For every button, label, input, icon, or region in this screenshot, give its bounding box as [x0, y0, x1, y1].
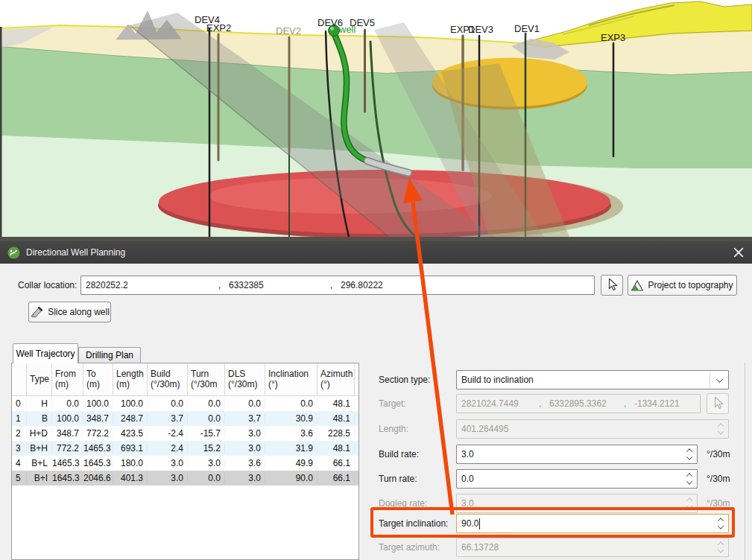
- table-cell[interactable]: -2.4: [148, 428, 188, 439]
- table-cell[interactable]: 49.9: [265, 458, 317, 468]
- table-cell[interactable]: 401.3: [113, 473, 148, 483]
- table-cell[interactable]: 772.2: [83, 428, 113, 439]
- scene-3d-view[interactable]: DEV4 EXP2 DEV2 DEV6 well DEV5 EXP1 DEV3 …: [0, 0, 752, 241]
- target-inclination-input[interactable]: 90.0: [456, 514, 729, 533]
- table-cell[interactable]: 3.0: [148, 473, 188, 483]
- table-cell[interactable]: 0.0: [188, 398, 225, 409]
- table-cell[interactable]: 100.0: [113, 398, 148, 409]
- table-cell[interactable]: 693.1: [113, 443, 148, 454]
- table-cell[interactable]: 3.6: [265, 428, 317, 439]
- table-cell[interactable]: 0.0: [188, 413, 225, 424]
- table-cell[interactable]: H: [27, 398, 52, 409]
- table-cell[interactable]: 3.0: [225, 428, 265, 439]
- table-cell[interactable]: 48.1: [317, 443, 355, 454]
- column-header[interactable]: Length (m): [113, 363, 148, 395]
- column-header[interactable]: To (m): [83, 363, 113, 395]
- table-cell[interactable]: B+H: [27, 443, 52, 454]
- table-cell[interactable]: 30.9: [265, 413, 317, 424]
- table-cell[interactable]: 31.9: [265, 443, 317, 454]
- spinner[interactable]: [683, 447, 695, 462]
- column-header[interactable]: Build (°/30m): [148, 363, 188, 395]
- table-cell[interactable]: 0.0: [265, 398, 317, 409]
- table-cell[interactable]: 100.0: [52, 413, 83, 424]
- table-row[interactable]: 0H0.0100.0100.00.00.00.00.048.1: [12, 396, 358, 411]
- column-header[interactable]: DLS (°/30m): [225, 363, 265, 395]
- pick-collar-button[interactable]: [601, 275, 623, 296]
- project-to-topography-button[interactable]: Project to topography: [628, 275, 737, 296]
- table-cell[interactable]: 66.1: [317, 473, 355, 483]
- collar-location-input[interactable]: 2820252.2,6332385,296.80222: [80, 276, 595, 295]
- table-cell[interactable]: 228.5: [317, 428, 355, 439]
- table-cell[interactable]: 0.0: [188, 473, 225, 483]
- table-cell[interactable]: 3.6: [225, 458, 265, 468]
- table-cell[interactable]: 100.0: [83, 398, 113, 409]
- well-label: DEV2: [276, 25, 301, 36]
- table-cell[interactable]: 2.4: [148, 443, 188, 454]
- table-cell[interactable]: B+L: [27, 458, 52, 468]
- table-row[interactable]: 5B+I1645.32046.6401.33.00.03.090.066.1: [12, 471, 358, 486]
- spinner[interactable]: [683, 471, 695, 486]
- dialog-titlebar[interactable]: Directional Well Planning: [0, 241, 752, 264]
- table-cell[interactable]: 0.0: [148, 398, 188, 409]
- spinner[interactable]: [715, 516, 727, 531]
- trajectory-table[interactable]: TypeFrom (m)To (m)Length (m)Build (°/30m…: [11, 363, 359, 560]
- table-cell[interactable]: -15.7: [188, 428, 225, 439]
- table-cell[interactable]: 0.0: [225, 398, 265, 409]
- table-cell[interactable]: B+I: [27, 473, 52, 483]
- table-cell[interactable]: 48.1: [317, 413, 355, 424]
- close-icon[interactable]: [733, 247, 745, 258]
- table-cell[interactable]: 348.7: [52, 428, 83, 439]
- table-cell[interactable]: 0: [12, 398, 27, 409]
- column-header[interactable]: Azimuth (°): [317, 363, 355, 395]
- table-cell[interactable]: B: [27, 413, 52, 424]
- column-header[interactable]: From (m): [52, 363, 83, 395]
- table-cell[interactable]: 3.0: [188, 458, 225, 468]
- table-cell[interactable]: 1645.3: [52, 473, 83, 483]
- table-cell[interactable]: 3.0: [148, 458, 188, 468]
- table-cell[interactable]: 3.7: [148, 413, 188, 424]
- table-cell[interactable]: 180.0: [113, 458, 148, 468]
- table-cell[interactable]: 48.1: [317, 398, 355, 409]
- column-header[interactable]: Inclination (°): [265, 363, 317, 395]
- table-cell[interactable]: 1465.3: [52, 458, 83, 468]
- column-header[interactable]: Turn (°/30m: [188, 363, 225, 395]
- column-header[interactable]: [12, 363, 27, 395]
- table-row[interactable]: 1B100.0348.7248.73.70.03.730.948.1: [12, 411, 358, 426]
- table-cell[interactable]: 3.7: [225, 413, 265, 424]
- table-cell[interactable]: 423.5: [113, 428, 148, 439]
- collar-z: 296.80222: [341, 280, 383, 290]
- table-cell[interactable]: 66.1: [317, 458, 355, 468]
- turn-rate-input[interactable]: 0.0: [456, 469, 698, 489]
- table-cell[interactable]: 3.0: [225, 473, 265, 483]
- dogleg-rate-input: 3.0: [456, 494, 698, 513]
- build-rate-input[interactable]: 3.0: [456, 445, 698, 464]
- slice-along-well-button[interactable]: Slice along well: [28, 302, 111, 322]
- section-type-label: Section type:: [379, 370, 430, 389]
- tab-drilling-plan[interactable]: Drilling Plan: [78, 347, 141, 363]
- table-cell[interactable]: 15.2: [188, 443, 225, 454]
- table-cell[interactable]: 3: [12, 443, 27, 454]
- slice-knife-icon: [30, 305, 43, 319]
- column-header[interactable]: Type: [27, 363, 52, 395]
- length-label: Length:: [379, 419, 408, 439]
- tab-well-trajectory[interactable]: Well Trajectory: [13, 343, 78, 363]
- table-cell[interactable]: 1465.3: [83, 443, 113, 454]
- table-cell[interactable]: H+D: [27, 428, 52, 439]
- table-cell[interactable]: 2: [12, 428, 27, 439]
- table-cell[interactable]: 4: [12, 458, 27, 468]
- table-cell[interactable]: 248.7: [113, 413, 148, 424]
- chevron-down-icon[interactable]: [710, 372, 728, 388]
- table-cell[interactable]: 1645.3: [83, 458, 113, 468]
- table-row[interactable]: 2H+D348.7772.2423.5-2.4-15.73.03.6228.5: [12, 426, 358, 441]
- table-cell[interactable]: 348.7: [83, 413, 113, 424]
- table-cell[interactable]: 2046.6: [83, 473, 113, 483]
- table-cell[interactable]: 3.0: [225, 443, 265, 454]
- table-cell[interactable]: 5: [12, 473, 27, 483]
- section-type-combobox[interactable]: Build to inclination: [456, 370, 729, 389]
- table-cell[interactable]: 90.0: [265, 473, 317, 483]
- table-row[interactable]: 4B+L1465.31645.3180.03.03.03.649.966.1: [12, 456, 358, 471]
- table-cell[interactable]: 0.0: [52, 398, 83, 409]
- table-cell[interactable]: 772.2: [52, 443, 83, 454]
- table-row[interactable]: 3B+H772.21465.3693.12.415.23.031.948.1: [12, 441, 358, 456]
- table-cell[interactable]: 1: [12, 413, 27, 424]
